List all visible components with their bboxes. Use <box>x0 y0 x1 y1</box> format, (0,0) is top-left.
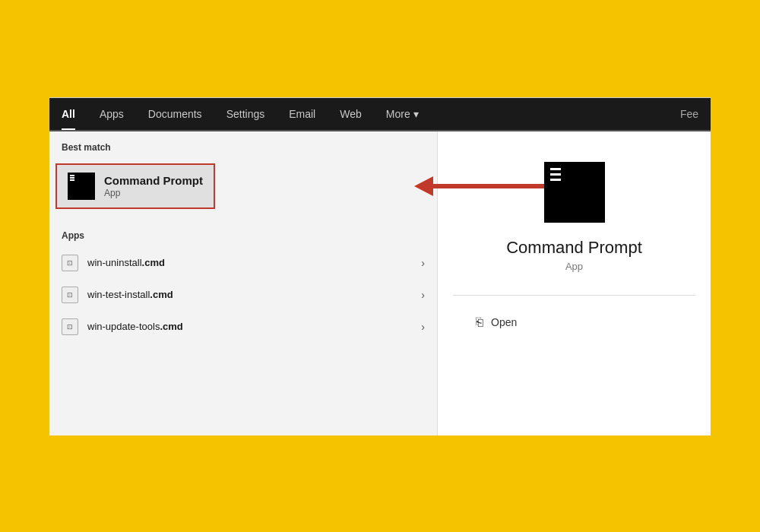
cmd-icon-large <box>544 162 605 223</box>
chevron-right-icon-3: › <box>421 321 425 333</box>
dropdown-icon: ▾ <box>413 108 419 120</box>
best-match-type: App <box>104 188 203 198</box>
cmd-list-icon-1: ⊡ <box>62 255 78 271</box>
open-icon: ⎗ <box>476 315 483 329</box>
nav-item-apps[interactable]: Apps <box>87 98 136 130</box>
list-item[interactable]: ⊡ win-test-install.cmd › <box>49 279 437 311</box>
best-match-text: Command Prompt App <box>104 174 203 198</box>
nav-item-all[interactable]: All <box>49 98 87 130</box>
app-name-2: win-test-install.cmd <box>87 289 421 300</box>
apps-section-label: Apps <box>49 220 437 247</box>
nav-feedback: Fee <box>668 98 711 130</box>
best-match-label: Best match <box>49 131 437 159</box>
list-item[interactable]: ⊡ win-update-tools.cmd › <box>49 311 437 343</box>
nav-item-settings[interactable]: Settings <box>214 98 277 130</box>
cmd-list-icon-3: ⊡ <box>62 318 78 335</box>
nav-item-web[interactable]: Web <box>328 98 374 130</box>
open-button[interactable]: ⎗ Open <box>468 311 524 334</box>
nav-item-more[interactable]: More ▾ <box>374 98 431 130</box>
apps-section: Apps ⊡ win-uninstall.cmd › ⊡ win-test-in… <box>49 214 437 343</box>
right-app-type: App <box>565 261 583 272</box>
search-panel: All Apps Documents Settings Email Web Mo… <box>49 97 711 435</box>
cmd-icon-small <box>68 173 95 200</box>
nav-item-email[interactable]: Email <box>277 98 328 130</box>
nav-bar: All Apps Documents Settings Email Web Mo… <box>49 98 711 131</box>
best-match-name: Command Prompt <box>104 174 203 187</box>
right-app-name: Command Prompt <box>506 238 642 258</box>
cmd-list-icon-2: ⊡ <box>62 287 78 303</box>
open-label: Open <box>491 316 517 328</box>
app-name-3: win-update-tools.cmd <box>87 321 421 332</box>
left-panel: Best match Command Prompt App <box>49 131 437 435</box>
chevron-right-icon-2: › <box>421 289 425 301</box>
divider <box>453 295 695 296</box>
nav-item-documents[interactable]: Documents <box>136 98 214 130</box>
svg-marker-1 <box>414 176 433 196</box>
best-match-item[interactable]: Command Prompt App <box>55 163 215 209</box>
content-area: Best match Command Prompt App <box>49 131 711 435</box>
best-match-wrapper: Command Prompt App <box>49 163 437 209</box>
right-panel: Command Prompt App ⎗ Open <box>437 131 711 435</box>
chevron-right-icon-1: › <box>421 257 425 269</box>
list-item[interactable]: ⊡ win-uninstall.cmd › <box>49 247 437 279</box>
app-name-1: win-uninstall.cmd <box>87 257 421 268</box>
